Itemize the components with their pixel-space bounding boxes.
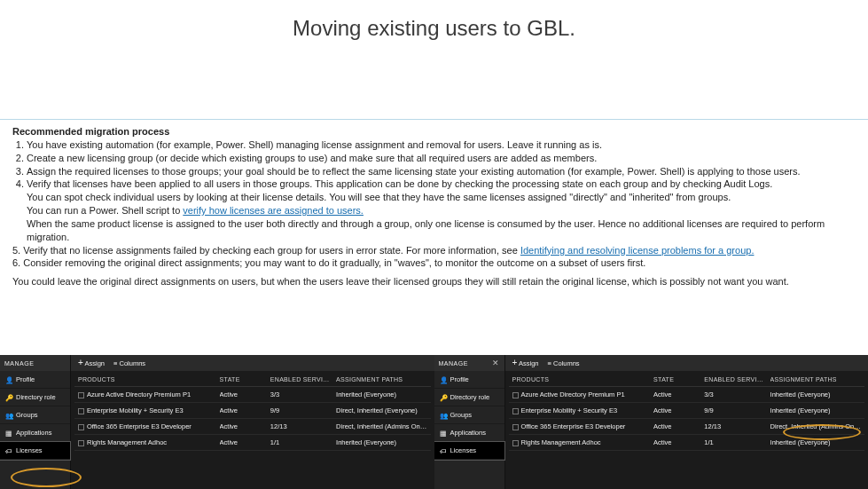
- groups-icon: 👥: [5, 412, 12, 419]
- checkbox-icon[interactable]: [512, 392, 519, 398]
- col-products: PRODUCTS: [78, 376, 215, 383]
- columns-button[interactable]: ≡ Columns: [548, 359, 580, 367]
- cell-state: Active: [220, 406, 265, 414]
- apps-icon: ▦: [440, 430, 447, 437]
- closing-paragraph: You could leave the original direct assi…: [12, 275, 856, 288]
- step-4-intro: Verify that licenses have been applied t…: [27, 178, 772, 189]
- cell-product: Rights Management Adhoc: [87, 438, 167, 446]
- steps-list: You have existing automation (for exampl…: [12, 138, 856, 244]
- cell-enabled: 12/13: [704, 422, 764, 430]
- col-enabled: ENABLED SERVICES: [270, 376, 331, 383]
- cell-enabled: 3/3: [704, 390, 764, 398]
- role-icon: 🔑: [5, 394, 12, 401]
- cell-enabled: 12/13: [270, 422, 331, 430]
- columns-label: Columns: [120, 359, 146, 367]
- cell-product: Azure Active Directory Premium P1: [87, 390, 191, 398]
- license-table-right: PRODUCTS STATE ENABLED SERVICES ASSIGNME…: [505, 371, 869, 489]
- panel-right: MANAGE✕ 👤Profile 🔑Directory role 👥Groups…: [434, 355, 869, 489]
- checkbox-icon[interactable]: [78, 440, 84, 446]
- cell-paths: Direct, Inherited (Admins Only): [336, 422, 426, 430]
- cell-state: Active: [220, 390, 265, 398]
- screenshot-panels: MANAGE 👤Profile 🔑Directory role 👥Groups …: [0, 355, 868, 489]
- table-row[interactable]: Office 365 Enterprise E3 DeveloperActive…: [74, 419, 431, 435]
- license-icon: 🏷: [5, 447, 12, 454]
- page-title: Moving existing users to GBL.: [0, 0, 868, 48]
- checkbox-icon[interactable]: [78, 392, 84, 398]
- sidebar-item-label: Profile: [450, 375, 469, 383]
- checkbox-icon[interactable]: [512, 440, 519, 446]
- cell-paths: Inherited (Everyone): [770, 438, 861, 446]
- sidebar-left: MANAGE 👤Profile 🔑Directory role 👥Groups …: [0, 355, 71, 489]
- verify-licenses-link[interactable]: verify how licenses are assigned to user…: [183, 205, 364, 216]
- license-table-left: PRODUCTS STATE ENABLED SERVICES ASSIGNME…: [71, 371, 434, 489]
- checkbox-icon[interactable]: [78, 424, 84, 430]
- cell-state: Active: [653, 438, 699, 446]
- checkbox-icon[interactable]: [78, 408, 84, 414]
- sidebar-right: MANAGE✕ 👤Profile 🔑Directory role 👥Groups…: [434, 355, 505, 489]
- checkbox-icon[interactable]: [512, 408, 519, 414]
- columns-button[interactable]: ≡ Columns: [113, 359, 145, 367]
- license-icon: 🏷: [440, 447, 447, 454]
- sidebar-item-profile[interactable]: 👤Profile: [0, 371, 70, 389]
- cell-state: Active: [220, 422, 265, 430]
- table-row[interactable]: Rights Management AdhocActive1/1Inherite…: [74, 435, 431, 451]
- checkbox-icon[interactable]: [512, 424, 519, 430]
- cell-product: Enterprise Mobility + Security E3: [87, 406, 184, 414]
- sidebar-item-profile[interactable]: 👤Profile: [434, 371, 504, 389]
- table-row[interactable]: Enterprise Mobility + Security E3Active9…: [74, 403, 431, 419]
- cell-product: Office 365 Enterprise E3 Developer: [521, 422, 626, 430]
- sidebar-item-applications[interactable]: ▦Applications: [434, 424, 504, 442]
- step-6: 6. Consider removing the original direct…: [12, 256, 856, 270]
- col-state: STATE: [653, 376, 699, 383]
- sidebar-item-groups[interactable]: 👥Groups: [434, 406, 504, 424]
- sidebar-item-label: Applications: [450, 429, 486, 437]
- col-state: STATE: [220, 376, 265, 383]
- assign-label: Assign: [519, 359, 539, 367]
- table-row[interactable]: Office 365 Enterprise E3 DeveloperActive…: [509, 419, 865, 435]
- cell-paths: Direct, Inherited (Everyone): [336, 406, 426, 414]
- cell-enabled: 9/9: [270, 406, 331, 414]
- sidebar-item-label: Licenses: [16, 446, 43, 454]
- cell-state: Active: [653, 422, 699, 430]
- table-row[interactable]: Azure Active Directory Premium P1Active3…: [74, 387, 431, 403]
- sidebar-item-directory-role[interactable]: 🔑Directory role: [0, 389, 70, 406]
- step-2: Create a new licensing group (or decide …: [27, 152, 856, 165]
- panel-left: MANAGE 👤Profile 🔑Directory role 👥Groups …: [0, 355, 434, 489]
- cell-product: Rights Management Adhoc: [521, 438, 601, 446]
- user-icon: 👤: [440, 376, 447, 383]
- content-area: Recommended migration process You have e…: [0, 120, 868, 288]
- plus-icon: +: [512, 358, 518, 367]
- sidebar-item-directory-role[interactable]: 🔑Directory role: [434, 389, 504, 406]
- resolve-problems-link[interactable]: Identifying and resolving license proble…: [520, 245, 755, 256]
- table-row[interactable]: Azure Active Directory Premium P1Active3…: [509, 387, 865, 403]
- cell-state: Active: [653, 390, 699, 398]
- sidebar-header: MANAGE: [0, 355, 70, 371]
- table-row[interactable]: Rights Management AdhocActive1/1Inherite…: [509, 435, 865, 451]
- step-4-line1: You can spot check individual users by l…: [27, 192, 731, 202]
- assign-button[interactable]: + Assign: [78, 359, 105, 367]
- cell-state: Active: [653, 406, 699, 414]
- cell-product: Enterprise Mobility + Security E3: [521, 406, 618, 414]
- section-heading: Recommended migration process: [12, 125, 856, 138]
- sidebar-item-licenses[interactable]: 🏷Licenses: [0, 442, 70, 460]
- assign-button[interactable]: + Assign: [512, 359, 539, 367]
- table-row[interactable]: Enterprise Mobility + Security E3Active9…: [509, 403, 865, 419]
- cell-paths: Inherited (Everyone): [770, 406, 861, 414]
- manage-label: MANAGE: [439, 360, 468, 367]
- sidebar-item-licenses[interactable]: 🏷Licenses: [434, 442, 504, 460]
- step-3: Assign the required licenses to those gr…: [27, 165, 856, 178]
- sidebar-item-label: Licenses: [450, 446, 477, 454]
- col-enabled: ENABLED SERVICES: [704, 376, 764, 383]
- sidebar-header: MANAGE✕: [434, 355, 504, 371]
- groups-icon: 👥: [440, 412, 447, 419]
- apps-icon: ▦: [5, 430, 12, 437]
- role-icon: 🔑: [440, 394, 447, 401]
- sidebar-item-groups[interactable]: 👥Groups: [0, 406, 70, 424]
- cell-paths: Inherited (Everyone): [336, 390, 426, 398]
- sidebar-item-applications[interactable]: ▦Applications: [0, 424, 70, 442]
- col-paths: ASSIGNMENT PATHS: [336, 376, 426, 383]
- close-icon[interactable]: ✕: [492, 359, 500, 367]
- sidebar-item-label: Groups: [16, 411, 38, 419]
- cell-product: Office 365 Enterprise E3 Developer: [87, 422, 192, 430]
- cell-enabled: 3/3: [270, 390, 331, 398]
